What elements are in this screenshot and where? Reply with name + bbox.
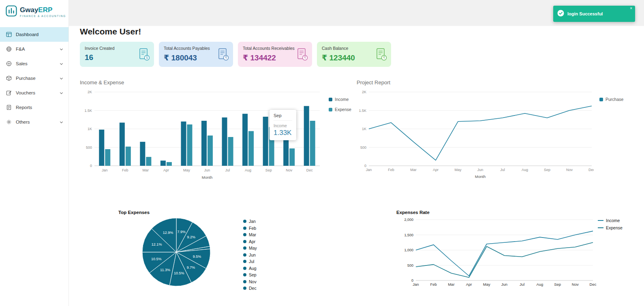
svg-text:Jul: Jul — [520, 282, 524, 287]
svg-text:Jun: Jun — [477, 168, 484, 172]
invoice-icon: $ — [138, 48, 150, 63]
sidebar-item-label: Dashboard — [16, 32, 39, 37]
sidebar-item-purchase[interactable]: Purchase — [0, 71, 68, 86]
sidebar-item-f-a[interactable]: F&A — [0, 42, 68, 56]
svg-text:May: May — [483, 282, 490, 287]
legend-item-dec[interactable]: Dec — [243, 286, 257, 291]
svg-text:2K: 2K — [362, 90, 366, 94]
legend-item-nov[interactable]: Nov — [243, 279, 257, 284]
sidebar-item-sales[interactable]: Sales — [0, 56, 68, 71]
legend-label: May — [249, 246, 257, 250]
brand-tagline: FINANCE & ACCOUNTING — [20, 15, 66, 17]
chevron-down-icon — [60, 47, 63, 50]
legend-label: Jul — [249, 259, 254, 264]
gear-icon — [6, 119, 12, 125]
svg-text:2,000: 2,000 — [404, 218, 413, 222]
svg-text:₹: ₹ — [304, 56, 306, 60]
sidebar-item-label: Purchase — [16, 76, 36, 81]
svg-text:Jun: Jun — [204, 168, 210, 172]
toast-close-icon[interactable]: × — [630, 6, 632, 11]
legend-swatch-icon — [329, 108, 332, 111]
svg-text:1,000: 1,000 — [404, 248, 413, 252]
legend-swatch-icon — [243, 287, 246, 290]
svg-text:7.9%: 7.9% — [178, 230, 186, 234]
legend-item-purchase[interactable]: Purchase — [599, 97, 623, 102]
svg-text:1.5K: 1.5K — [359, 109, 366, 113]
stat-card-total-accounts-payables: Total Accounts Payables₹ 180043₹ — [159, 42, 233, 67]
svg-text:Jan: Jan — [102, 168, 108, 172]
sidebar-item-reports[interactable]: Reports — [0, 100, 68, 115]
legend-label: Income — [606, 218, 620, 223]
legend-item-income[interactable]: Income — [598, 218, 623, 223]
legend-item-expense[interactable]: Expense — [598, 225, 623, 230]
legend-item-mar[interactable]: Mar — [243, 232, 257, 237]
globe-icon — [6, 46, 12, 52]
svg-text:11.3%: 11.3% — [160, 268, 170, 272]
top-expenses-legend: JanFebMarAprMayJunJulAugSepNovDec — [243, 219, 257, 291]
legend-label: Nov — [249, 279, 257, 284]
expenses-rate-title: Expenses Rate — [396, 210, 430, 215]
svg-text:Jan: Jan — [366, 168, 372, 172]
svg-text:1.5K: 1.5K — [84, 109, 92, 113]
legend-item-feb[interactable]: Feb — [243, 226, 257, 231]
legend-item-aug[interactable]: Aug — [243, 266, 257, 271]
legend-item-jan[interactable]: Jan — [243, 219, 257, 224]
legend-item-apr[interactable]: Apr — [243, 239, 257, 244]
svg-text:Sep: Sep — [265, 168, 272, 172]
svg-text:Feb: Feb — [430, 282, 437, 287]
sidebar-item-label: Others — [16, 120, 30, 124]
legend-item-jun[interactable]: Jun — [243, 253, 257, 257]
svg-text:2K: 2K — [88, 90, 92, 94]
legend-item-income[interactable]: Income — [329, 97, 351, 102]
stat-cards-row: Invoice Created16$Total Accounts Payable… — [80, 42, 391, 67]
svg-text:₹: ₹ — [383, 56, 385, 60]
svg-text:Nov: Nov — [566, 168, 573, 172]
app-logo: GwayERP FINANCE & ACCOUNTING — [0, 0, 68, 21]
legend-item-sep[interactable]: Sep — [243, 272, 257, 277]
legend-label: Feb — [249, 226, 256, 231]
brand-name: GwayERP — [20, 6, 66, 13]
legend-item-jul[interactable]: Jul — [243, 259, 257, 264]
expenses-rate-line-svg: 05001,0001,5002,000JanFebMarAprMayJunJul… — [396, 215, 597, 293]
brand-logo-icon — [6, 5, 17, 18]
tooltip-category: Sep — [274, 113, 292, 121]
legend-swatch-icon — [599, 98, 603, 101]
svg-text:500: 500 — [86, 146, 92, 150]
project-report-line-chart[interactable]: 05001K1.5K2KJanFebMarAprMayJunJulAugSepN… — [357, 86, 594, 183]
payables-icon: ₹ — [217, 48, 229, 63]
sidebar-item-vouchers[interactable]: Vouchers — [0, 86, 68, 100]
chevron-down-icon — [60, 91, 63, 94]
income-expense-bar-chart[interactable]: Sep Income 1.33K 05001K1.5K2KJanFebMarAp… — [80, 86, 323, 183]
expenses-rate-line-chart[interactable]: 05001,0001,5002,000JanFebMarAprMayJunJul… — [396, 215, 597, 294]
svg-text:Dec: Dec — [306, 168, 313, 172]
top-expenses-pie-chart[interactable]: 7.9%9.2%9.5%9.7%10.5%11.3%10.5%12.1%12.9… — [141, 217, 211, 289]
svg-text:9.7%: 9.7% — [187, 265, 195, 270]
svg-text:Aug: Aug — [522, 168, 528, 172]
sidebar-item-dashboard[interactable]: Dashboard — [0, 27, 68, 42]
top-expenses-title: Top Expenses — [118, 210, 150, 215]
legend-swatch-icon — [243, 220, 246, 223]
expenses-rate-legend: IncomeExpense — [598, 218, 623, 230]
svg-text:Sep: Sep — [554, 282, 561, 287]
legend-label: Expense — [335, 107, 351, 112]
legend-item-expense[interactable]: Expense — [329, 107, 351, 112]
svg-text:1,500: 1,500 — [404, 233, 413, 237]
legend-swatch-icon — [598, 227, 603, 228]
stat-card-invoice-created: Invoice Created16$ — [80, 42, 154, 67]
toast-message: login Successful — [567, 11, 603, 16]
svg-text:Dec: Dec — [590, 282, 597, 287]
svg-text:Feb: Feb — [122, 168, 128, 172]
sidebar-item-others[interactable]: Others — [0, 115, 68, 129]
legend-label: Mar — [249, 232, 256, 237]
sidebar-item-label: Vouchers — [16, 90, 35, 95]
legend-label: Expense — [606, 225, 623, 230]
welcome-heading: Welcome User! — [80, 27, 141, 36]
legend-swatch-icon — [243, 267, 246, 270]
reports-icon — [6, 105, 12, 110]
svg-text:Apr: Apr — [163, 168, 169, 172]
svg-text:Jul: Jul — [500, 168, 505, 172]
legend-label: Income — [335, 97, 349, 102]
legend-item-may[interactable]: May — [243, 246, 257, 250]
svg-text:Apr: Apr — [433, 168, 439, 172]
sidebar-nav: DashboardF&ASalesPurchaseVouchersReports… — [0, 27, 68, 129]
